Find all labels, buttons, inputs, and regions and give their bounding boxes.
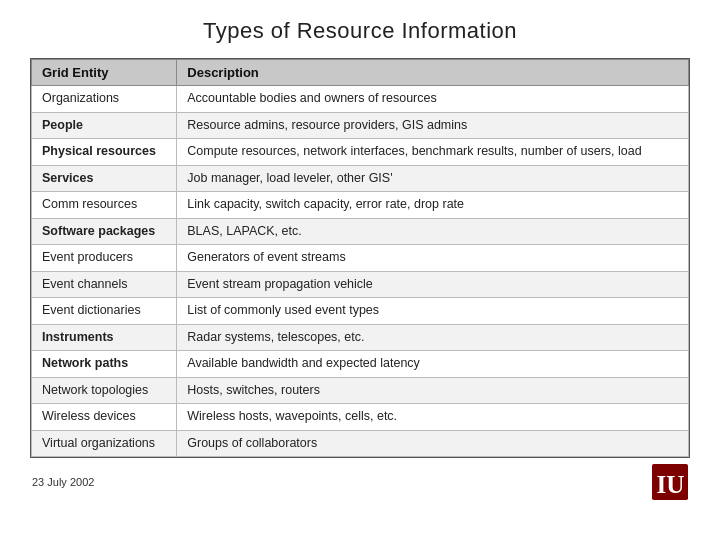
table-row: ServicesJob manager, load leveler, other… (32, 165, 689, 192)
col-header-description: Description (177, 60, 689, 86)
table-row: Event dictionariesList of commonly used … (32, 298, 689, 325)
description-cell: Compute resources, network interfaces, b… (177, 139, 689, 166)
table-row: Comm resourcesLink capacity, switch capa… (32, 192, 689, 219)
entity-cell: Services (32, 165, 177, 192)
footer: 23 July 2002 IU (30, 464, 690, 500)
table-row: Event producersGenerators of event strea… (32, 245, 689, 272)
entity-cell: Event producers (32, 245, 177, 272)
entity-cell: Wireless devices (32, 404, 177, 431)
entity-cell: Network paths (32, 351, 177, 378)
svg-text:IU: IU (657, 471, 685, 498)
table-row: Event channelsEvent stream propagation v… (32, 271, 689, 298)
table-header-row: Grid Entity Description (32, 60, 689, 86)
entity-cell: Event channels (32, 271, 177, 298)
description-cell: Wireless hosts, wavepoints, cells, etc. (177, 404, 689, 431)
resource-table-wrapper: Grid Entity Description OrganizationsAcc… (30, 58, 690, 458)
resource-table: Grid Entity Description OrganizationsAcc… (31, 59, 689, 457)
description-cell: List of commonly used event types (177, 298, 689, 325)
description-cell: Event stream propagation vehicle (177, 271, 689, 298)
table-row: OrganizationsAccountable bodies and owne… (32, 86, 689, 113)
table-row: Wireless devicesWireless hosts, wavepoin… (32, 404, 689, 431)
description-cell: Accountable bodies and owners of resourc… (177, 86, 689, 113)
entity-cell: Software packages (32, 218, 177, 245)
entity-cell: Event dictionaries (32, 298, 177, 325)
entity-cell: Organizations (32, 86, 177, 113)
table-row: Software packagesBLAS, LAPACK, etc. (32, 218, 689, 245)
table-row: Virtual organizationsGroups of collabora… (32, 430, 689, 457)
description-cell: BLAS, LAPACK, etc. (177, 218, 689, 245)
description-cell: Resource admins, resource providers, GIS… (177, 112, 689, 139)
table-row: Network pathsAvailable bandwidth and exp… (32, 351, 689, 378)
description-cell: Link capacity, switch capacity, error ra… (177, 192, 689, 219)
footer-date: 23 July 2002 (32, 476, 94, 488)
table-row: Network topologiesHosts, switches, route… (32, 377, 689, 404)
entity-cell: Comm resources (32, 192, 177, 219)
description-cell: Available bandwidth and expected latency (177, 351, 689, 378)
page-container: Types of Resource Information Grid Entit… (0, 0, 720, 540)
page-title: Types of Resource Information (203, 18, 517, 44)
description-cell: Radar systems, telescopes, etc. (177, 324, 689, 351)
col-header-entity: Grid Entity (32, 60, 177, 86)
description-cell: Job manager, load leveler, other GIS' (177, 165, 689, 192)
entity-cell: Instruments (32, 324, 177, 351)
entity-cell: Virtual organizations (32, 430, 177, 457)
description-cell: Groups of collaborators (177, 430, 689, 457)
entity-cell: Network topologies (32, 377, 177, 404)
entity-cell: People (32, 112, 177, 139)
university-logo: IU (652, 464, 688, 500)
entity-cell: Physical resources (32, 139, 177, 166)
table-row: InstrumentsRadar systems, telescopes, et… (32, 324, 689, 351)
table-row: Physical resourcesCompute resources, net… (32, 139, 689, 166)
description-cell: Generators of event streams (177, 245, 689, 272)
description-cell: Hosts, switches, routers (177, 377, 689, 404)
table-row: PeopleResource admins, resource provider… (32, 112, 689, 139)
